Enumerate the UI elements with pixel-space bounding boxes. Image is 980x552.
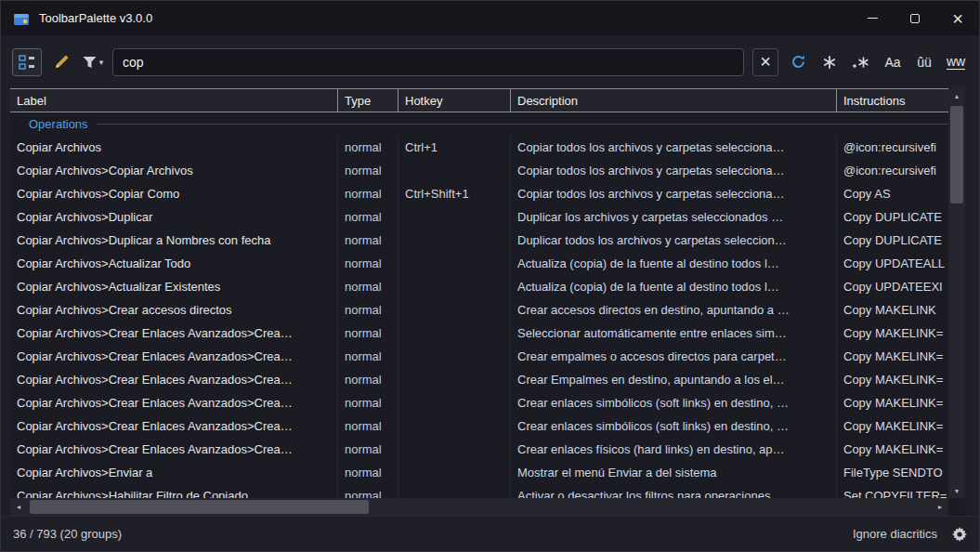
search-input[interactable]	[112, 48, 744, 76]
maximize-button[interactable]	[894, 1, 936, 35]
cell-label: Copiar Archivos>Crear Enlaces Avanzados>…	[10, 368, 338, 391]
vertical-scroll-track[interactable]	[948, 103, 965, 483]
refresh-icon	[791, 54, 806, 70]
scroll-down-icon[interactable]: ▾	[948, 483, 965, 498]
cell-label: Copiar Archivos>Crear Enlaces Avanzados>…	[10, 414, 338, 438]
cell-instructions: Copy UPDATEALL	[837, 252, 948, 275]
table-row[interactable]: Copiar Archivos>Crear accesos directos n…	[10, 298, 948, 322]
table-row[interactable]: Copiar Archivos>Duplicar a Nombres con f…	[10, 229, 948, 252]
cell-description: Crear empalmes o accesos directos para c…	[511, 345, 837, 368]
cell-type: normal	[338, 461, 399, 484]
column-header-instructions[interactable]: Instructions	[837, 89, 948, 112]
palette-view-button[interactable]	[12, 48, 42, 76]
cell-type: normal	[338, 275, 399, 298]
cell-hotkey	[399, 438, 511, 461]
table-row[interactable]: Copiar Archivos normal Ctrl+1 Copiar tod…	[10, 136, 948, 159]
cell-label: Copiar Archivos>Copiar Archivos	[10, 159, 338, 182]
settings-button[interactable]	[952, 527, 967, 542]
chevron-down-icon: ▾	[99, 58, 104, 67]
window-title: ToolbarPalette v3.0.0	[39, 11, 152, 25]
refresh-button[interactable]	[786, 48, 810, 76]
cell-hotkey	[399, 252, 511, 275]
edit-button[interactable]	[49, 48, 73, 76]
close-button[interactable]: ×	[936, 1, 979, 35]
cell-hotkey	[399, 298, 511, 322]
cell-hotkey	[399, 229, 511, 252]
vertical-scroll-thumb[interactable]	[950, 106, 963, 204]
table-row[interactable]: Copiar Archivos>Duplicar normal Duplicar…	[10, 205, 948, 229]
column-header-hotkey[interactable]: Hotkey	[399, 89, 511, 112]
cell-instructions: Copy MAKELINK=	[837, 322, 948, 345]
match-anywhere-button[interactable]	[849, 48, 873, 76]
table-row[interactable]: Copiar Archivos>Actualizar Todo normal A…	[10, 252, 948, 275]
table-row[interactable]: Copiar Archivos>Crear Enlaces Avanzados>…	[10, 438, 948, 461]
ignore-diacritics-toggle[interactable]: Ignore diacritics	[853, 527, 937, 541]
table-row[interactable]: Copiar Archivos>Crear Enlaces Avanzados>…	[10, 391, 948, 414]
gear-icon	[952, 527, 967, 542]
whole-word-button[interactable]: ww	[944, 48, 968, 76]
filter-icon	[83, 56, 97, 69]
cell-label: Copiar Archivos	[10, 136, 338, 159]
cell-type: normal	[338, 438, 399, 461]
asterisk-icon	[822, 55, 837, 70]
column-header-label[interactable]: Label	[10, 89, 338, 112]
cell-label: Copiar Archivos>Crear Enlaces Avanzados>…	[10, 345, 338, 368]
scroll-up-icon[interactable]: ▴	[948, 88, 965, 103]
horizontal-scroll-track[interactable]	[27, 498, 932, 516]
cell-type: normal	[338, 182, 399, 205]
match-start-button[interactable]	[817, 48, 842, 76]
column-header-type[interactable]: Type	[338, 89, 399, 112]
table-row[interactable]: Copiar Archivos>Crear Enlaces Avanzados>…	[10, 322, 948, 345]
table-row[interactable]: Copiar Archivos>Crear Enlaces Avanzados>…	[10, 345, 948, 368]
horizontal-scrollbar[interactable]: ◂ ▸	[10, 498, 948, 516]
cell-label: Copiar Archivos>Copiar Como	[10, 182, 338, 205]
cell-instructions: Copy DUPLICATE	[837, 229, 948, 252]
table-row[interactable]: Copiar Archivos>Crear Enlaces Avanzados>…	[10, 414, 948, 438]
app-icon	[13, 11, 30, 26]
vertical-scrollbar[interactable]: ▴ ▾	[948, 88, 965, 498]
cell-hotkey	[399, 414, 511, 438]
match-case-button[interactable]: Aa	[881, 48, 905, 76]
filter-button[interactable]: ▾	[81, 48, 105, 76]
horizontal-scroll-thumb[interactable]	[30, 500, 369, 514]
cell-type: normal	[338, 414, 399, 438]
whole-word-label: ww	[947, 54, 965, 70]
cell-hotkey	[399, 159, 511, 182]
cell-label: Copiar Archivos>Duplicar	[10, 205, 338, 229]
cell-hotkey	[399, 461, 511, 484]
cell-instructions: Copy MAKELINK	[837, 298, 948, 322]
scroll-left-icon[interactable]: ◂	[10, 498, 27, 516]
table-row[interactable]: Copiar Archivos>Copiar Como normal Ctrl+…	[10, 182, 948, 205]
cell-description: Actualiza (copia) de la fuente al destin…	[511, 275, 837, 298]
cell-hotkey	[399, 322, 511, 345]
cell-hotkey	[399, 368, 511, 391]
statusbar: 36 / 793 (20 groups) Ignore diacritics	[1, 516, 979, 551]
titlebar: ToolbarPalette v3.0.0 ×	[1, 1, 979, 35]
cell-description: Crear enlaces simbólicos (soft links) en…	[511, 414, 837, 438]
cell-hotkey	[399, 484, 511, 498]
dot-asterisk-icon	[852, 55, 870, 70]
table-row[interactable]: Copiar Archivos>Copiar Archivos normal C…	[10, 159, 948, 182]
scroll-right-icon[interactable]: ▸	[932, 498, 948, 516]
clear-search-button[interactable]: ×	[752, 48, 778, 76]
cell-type: normal	[338, 252, 399, 275]
maximize-icon	[910, 14, 920, 23]
table-row[interactable]: Copiar Archivos>Crear Enlaces Avanzados>…	[10, 368, 948, 391]
diacritics-label: ûü	[917, 55, 932, 70]
table-row[interactable]: Copiar Archivos>Enviar a normal Mostrar …	[10, 461, 948, 484]
table-row[interactable]: Copiar Archivos>Actualizar Existentes no…	[10, 275, 948, 298]
cell-instructions: Set COPYFILTER=	[837, 484, 948, 498]
column-header-description[interactable]: Description	[511, 89, 837, 112]
cell-description: Crear enlaces físicos (hard links) en de…	[511, 438, 837, 461]
diacritics-button[interactable]: ûü	[912, 48, 936, 76]
pencil-icon	[54, 54, 70, 70]
cell-label: Copiar Archivos>Actualizar Todo	[10, 252, 338, 275]
cell-label: Copiar Archivos>Crear Enlaces Avanzados>…	[10, 322, 338, 345]
cell-description: Duplicar todos los archivos y carpetas s…	[511, 229, 837, 252]
table-row[interactable]: Copiar Archivos>Habilitar Filtro de Copi…	[10, 484, 948, 498]
cell-instructions: Copy UPDATEEXI	[837, 275, 948, 298]
close-icon: ×	[952, 9, 963, 28]
group-header-operations[interactable]: Operations	[10, 112, 948, 136]
cell-label: Copiar Archivos>Crear accesos directos	[10, 298, 338, 322]
minimize-button[interactable]	[851, 1, 894, 35]
